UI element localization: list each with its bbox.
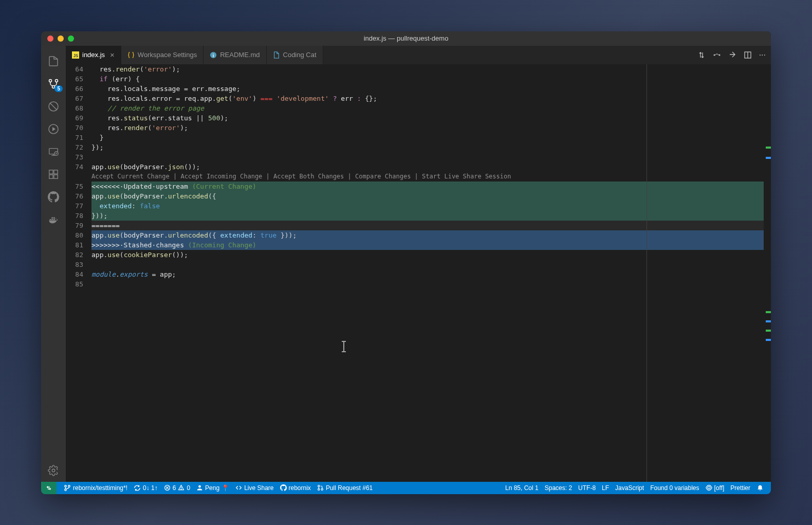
eol-status[interactable]: LF <box>599 482 612 494</box>
svg-point-11 <box>52 469 55 472</box>
svg-point-29 <box>321 488 323 490</box>
info-icon: i <box>210 51 217 59</box>
svg-text:JS: JS <box>73 53 79 58</box>
svg-text:i: i <box>213 52 214 58</box>
scm-activity[interactable]: 5 <box>41 73 66 95</box>
github-activity[interactable] <box>41 186 66 208</box>
pin-icon: 📍 <box>222 484 229 492</box>
file-icon <box>273 51 280 59</box>
git-branch-status[interactable]: rebornix/testtiming*! <box>61 482 131 494</box>
settings-gear[interactable] <box>41 459 66 482</box>
tab-label: Workspace Settings <box>138 51 197 59</box>
svg-point-0 <box>49 79 52 82</box>
open-changes-icon[interactable] <box>728 51 736 59</box>
svg-point-21 <box>68 485 70 487</box>
overview-ruler[interactable] <box>764 64 771 482</box>
remote-explorer-activity[interactable] <box>41 140 66 163</box>
explorer-activity[interactable] <box>41 50 66 73</box>
tab-label: Coding Cat <box>283 51 317 59</box>
tab-workspace-settings[interactable]: Workspace Settings <box>121 46 204 64</box>
prettier-status[interactable]: Prettier <box>727 482 753 494</box>
tab-readme[interactable]: i README.md <box>204 46 266 64</box>
svg-point-22 <box>65 488 67 491</box>
main-area: 5 <box>41 46 771 482</box>
pullrequest-status[interactable]: Pull Request #61 <box>314 482 376 494</box>
close-icon[interactable]: × <box>110 50 115 59</box>
tabbar: JS index.js × Workspace Settings i READM… <box>66 46 771 64</box>
js-file-icon: JS <box>72 51 79 59</box>
compare-changes-link[interactable]: Compare Changes <box>355 173 411 180</box>
svg-point-25 <box>181 489 182 490</box>
svg-point-28 <box>318 488 320 490</box>
language-status[interactable]: JavaScript <box>612 482 647 494</box>
titlebar: index.js — pullrequest-demo <box>41 31 771 46</box>
svg-rect-7 <box>49 170 53 173</box>
tab-coding-cat[interactable]: Coding Cat <box>267 46 323 64</box>
activity-bar: 5 <box>41 46 66 482</box>
close-window-button[interactable] <box>47 35 53 42</box>
tab-label: README.md <box>220 51 260 59</box>
editor-actions: ··· <box>697 46 771 64</box>
traffic-lights <box>47 35 74 42</box>
column-ruler <box>647 64 647 482</box>
remote-indicator[interactable] <box>41 482 57 494</box>
indentation-status[interactable]: Spaces: 2 <box>542 482 575 494</box>
svg-rect-9 <box>49 174 53 178</box>
no-entry-activity[interactable] <box>41 95 66 118</box>
variables-status[interactable]: Found 0 variables <box>647 482 702 494</box>
line-gutter: 64 65 66 67 68 69 70 71 72 73 74 75 76 7… <box>66 64 91 482</box>
tab-index-js[interactable]: JS index.js × <box>66 46 121 64</box>
svg-point-1 <box>56 79 58 82</box>
status-bar: rebornix/testtiming*! 0↓ 1↑ 6 0 Peng 📍 L… <box>41 482 771 494</box>
text-cursor <box>343 342 344 351</box>
accept-both-link[interactable]: Accept Both Changes <box>273 173 344 180</box>
merge-codelens: Accept Current Change | Accept Incoming … <box>91 172 771 182</box>
split-editor-icon[interactable] <box>744 51 752 59</box>
braces-icon <box>127 51 135 59</box>
sync-status[interactable]: 0↓ 1↑ <box>131 482 161 494</box>
accept-incoming-link[interactable]: Accept Incoming Change <box>180 173 262 180</box>
toggle-whitespace-icon[interactable] <box>713 51 721 59</box>
github-status[interactable]: rebornix <box>277 482 314 494</box>
svg-point-30 <box>708 486 710 489</box>
more-actions-icon[interactable]: ··· <box>759 50 766 60</box>
user-status[interactable]: Peng 📍 <box>193 482 232 494</box>
notifications-bell[interactable] <box>753 482 767 494</box>
svg-rect-8 <box>54 170 58 173</box>
code-editor[interactable]: 64 65 66 67 68 69 70 71 72 73 74 75 76 7… <box>66 64 771 482</box>
extensions-activity[interactable] <box>41 163 66 186</box>
compare-changes-icon[interactable] <box>697 51 706 59</box>
svg-point-27 <box>318 485 320 487</box>
svg-point-16 <box>713 54 715 56</box>
vscode-window: index.js — pullrequest-demo 5 <box>41 31 771 494</box>
encoding-status[interactable]: UTF-8 <box>575 482 599 494</box>
scm-badge: 5 <box>54 85 63 92</box>
cursor-position[interactable]: Ln 85, Col 1 <box>502 482 542 494</box>
tab-label: index.js <box>82 51 105 59</box>
problems-status[interactable]: 6 0 <box>161 482 193 494</box>
svg-point-26 <box>198 485 201 488</box>
debug-activity[interactable] <box>41 118 66 140</box>
maximize-window-button[interactable] <box>68 35 74 42</box>
window-title: index.js — pullrequest-demo <box>364 34 449 42</box>
off-status[interactable]: [off] <box>703 482 728 494</box>
docker-activity[interactable] <box>41 208 66 231</box>
start-liveshare-link[interactable]: Start Live Share Session <box>422 173 511 180</box>
svg-point-17 <box>718 54 720 56</box>
code-content[interactable]: res.render('error'); if (err) { res.loca… <box>91 64 771 482</box>
svg-point-20 <box>65 485 67 487</box>
editor-area: JS index.js × Workspace Settings i READM… <box>66 46 771 482</box>
accept-current-link[interactable]: Accept Current Change <box>91 173 170 180</box>
svg-rect-10 <box>54 174 58 178</box>
liveshare-status[interactable]: Live Share <box>232 482 276 494</box>
minimize-window-button[interactable] <box>58 35 64 42</box>
